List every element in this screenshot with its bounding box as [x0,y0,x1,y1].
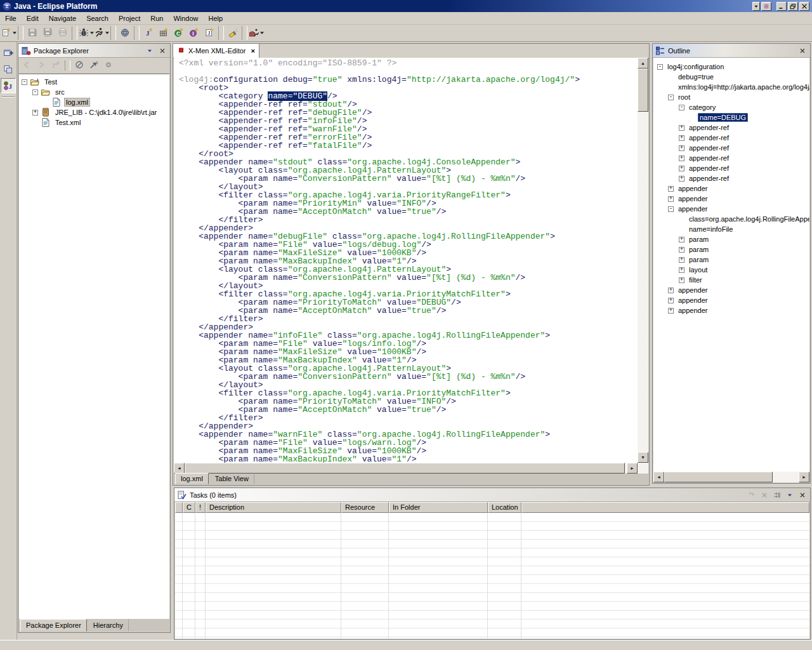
expand-icon[interactable]: + [679,166,684,171]
tree-item-category[interactable]: -category [653,102,809,112]
minimize-button[interactable] [776,2,787,11]
new-task-icon[interactable] [747,490,757,500]
column-header-Description[interactable]: Description [206,502,341,513]
expand-icon[interactable]: + [679,135,684,141]
tree-item-log4j-configuration[interactable]: -log4j:configuration [653,62,809,72]
tree-item-param[interactable]: +param [653,244,809,255]
tree-item-layout[interactable]: +layout [653,265,809,275]
expand-icon[interactable]: + [668,298,674,303]
expand-icon[interactable]: + [668,196,674,202]
column-header-marker[interactable] [175,502,183,513]
scroll-right-icon[interactable]: ► [799,472,809,482]
tree-item-appender-ref[interactable]: +appender-ref [653,133,809,143]
tab-table-view[interactable]: Table View [209,473,254,484]
tree-item-appender[interactable]: +appender [653,295,809,305]
external-tools-button[interactable] [249,25,264,41]
menu-help[interactable]: Help [204,13,228,23]
expand-icon[interactable]: + [679,125,684,131]
tree-item-appender-ref[interactable]: +appender-ref [653,163,809,173]
tree-item-appender[interactable]: +appender [653,183,809,194]
tree-item-appender-ref[interactable]: +appender-ref [653,123,809,133]
tree-item-debug-true[interactable]: debug=true [653,72,809,82]
collapse-icon[interactable]: - [679,105,684,110]
view-menu-icon[interactable] [145,46,155,56]
tree-item-appender[interactable]: -appender [653,204,809,214]
collapse-icon[interactable]: - [32,90,38,95]
tree-item-test-xml[interactable]: Test.xml [19,117,169,128]
web-browser-button[interactable] [117,25,133,41]
tree-item-log-xml[interactable]: log.xml [19,97,169,107]
expand-icon[interactable]: + [668,186,674,192]
column-header-C[interactable]: C [183,502,195,513]
scroll-right-icon[interactable]: ► [627,463,638,474]
scroll-down-icon[interactable]: ▼ [638,452,648,463]
search-button[interactable] [225,25,240,41]
tree-item-class-org-apache-log4j-rolling[interactable]: class=org.apache.log4j.RollingFileAppend… [653,214,809,224]
scroll-left-icon[interactable]: ◄ [653,472,664,482]
tab-hierarchy[interactable]: Hierarchy [88,619,129,632]
dropdown-arrow-icon[interactable] [13,32,16,34]
menu-edit[interactable]: Edit [22,13,44,23]
save-button[interactable] [25,25,40,41]
tree-item-name-infofile[interactable]: name=infoFile [653,224,809,234]
forward-button[interactable] [34,59,48,72]
tree-item-appender[interactable]: +appender [653,305,809,315]
up-button[interactable] [49,59,63,72]
dropdown-arrow-icon[interactable] [260,32,264,34]
view-menu-icon[interactable] [785,490,795,500]
filter-tasks-icon[interactable] [772,490,782,500]
menu-file[interactable]: File [0,13,22,23]
close-editor-tab-icon[interactable]: × [251,47,254,55]
vertical-scroll-thumb[interactable] [638,69,648,112]
expand-icon[interactable]: + [679,247,684,253]
close-view-icon[interactable] [157,46,167,56]
expand-icon[interactable]: + [668,288,674,293]
expand-icon[interactable]: + [679,267,684,273]
tree-item-name-debug[interactable]: name=DEBUG [653,112,809,123]
expand-icon[interactable]: + [32,110,38,116]
expand-icon[interactable]: + [679,176,684,182]
scroll-up-icon[interactable]: ▲ [638,58,648,69]
column-header-Location[interactable]: Location [488,502,521,513]
titlebar-dropdown-button[interactable] [752,2,760,11]
expand-icon[interactable]: + [679,145,684,151]
editor-horizontal-scrollbar[interactable]: ◄ ► [174,463,638,474]
tree-item-appender-ref[interactable]: +appender-ref [653,143,809,153]
tab-xmen-xml-editor[interactable]: X-Men XML-Editor × [173,44,259,58]
resource-perspective-button[interactable] [1,62,16,77]
restore-button[interactable] [788,2,798,11]
open-perspective-button[interactable] [1,45,16,60]
tree-item-test[interactable]: -JTest [19,77,169,87]
sync-button[interactable] [102,59,115,72]
close-view-icon[interactable] [797,490,808,500]
titlebar-pattern-button[interactable] [761,2,771,11]
package-explorer-tree[interactable]: -JTest-srclog.xml+JRE_LIB - C:\jdk1.4.0\… [19,74,169,619]
column-header-Resource[interactable]: Resource [341,502,389,513]
new-wizard-button[interactable] [1,25,16,41]
menu-search[interactable]: Search [81,13,114,23]
debug-button[interactable] [79,25,94,41]
tree-item-appender[interactable]: +appender [653,194,809,204]
outline-horizontal-scrollbar[interactable]: ◄ ► [653,472,809,482]
tab-log-xml[interactable]: log.xml [175,473,209,484]
new-java-project-button[interactable]: J [141,25,156,41]
horizontal-scroll-thumb[interactable] [185,463,625,474]
tasks-table[interactable] [175,513,809,639]
xml-source-editor[interactable]: <?xml version="1.0" encoding="ISO-8859-1… [174,58,638,463]
menu-window[interactable]: Window [168,13,203,23]
tree-item-jre-lib-c-jdk1-4-0-jre-lib-rt-[interactable]: +JRE_LIB - C:\jdk1.4.0\jre\lib\rt.jar [19,107,169,117]
delete-task-icon[interactable] [759,490,769,500]
tree-item-filter[interactable]: +filter [653,275,809,285]
new-class-button[interactable]: C [171,25,187,41]
expand-icon[interactable]: + [679,156,684,161]
collapse-icon[interactable]: - [668,206,674,212]
dropdown-arrow-icon[interactable] [105,32,109,34]
menu-navigate[interactable]: Navigate [44,13,81,23]
expand-icon[interactable]: + [679,237,684,242]
horizontal-scroll-thumb[interactable] [664,472,773,482]
collapse-icon[interactable]: - [668,95,674,100]
tree-item-root[interactable]: -root [653,92,809,102]
expand-icon[interactable]: + [668,308,674,314]
tree-item-param[interactable]: +param [653,234,809,244]
collapse-icon[interactable]: - [657,64,663,70]
